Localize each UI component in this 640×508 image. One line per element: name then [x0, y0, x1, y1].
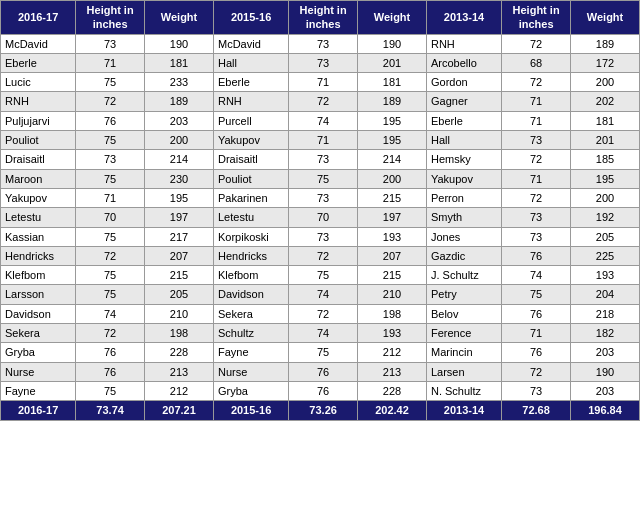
table-cell: 181 [571, 111, 640, 130]
table-cell: 225 [571, 246, 640, 265]
table-cell: 228 [145, 343, 214, 362]
table-cell: 76 [289, 362, 358, 381]
table-row: Gryba76228Fayne75212Marincin76203 [1, 343, 640, 362]
table-cell: 72 [289, 246, 358, 265]
summary-weight-3: 196.84 [571, 401, 640, 420]
table-cell: 72 [289, 304, 358, 323]
table-cell: 75 [289, 266, 358, 285]
table-row: Lucic75233Eberle71181Gordon72200 [1, 73, 640, 92]
summary-height-3: 72.68 [502, 401, 571, 420]
table-cell: 210 [145, 304, 214, 323]
table-cell: Lucic [1, 73, 76, 92]
table-row: Davidson74210Sekera72198Belov76218 [1, 304, 640, 323]
table-row: Maroon75230Pouliot75200Yakupov71195 [1, 169, 640, 188]
table-cell: Gordon [426, 73, 501, 92]
header-season-1: 2016-17 [1, 1, 76, 35]
table-cell: 73 [502, 381, 571, 400]
table-row: Letestu70197Letestu70197Smyth73192 [1, 208, 640, 227]
table-cell: 213 [145, 362, 214, 381]
table-cell: 75 [76, 169, 145, 188]
table-cell: 73 [76, 150, 145, 169]
table-cell: Nurse [1, 362, 76, 381]
table-cell: 190 [571, 362, 640, 381]
table-cell: Gazdic [426, 246, 501, 265]
table-cell: 197 [145, 208, 214, 227]
table-cell: Letestu [213, 208, 288, 227]
table-cell: 76 [502, 343, 571, 362]
table-cell: Draisaitl [213, 150, 288, 169]
table-cell: 195 [358, 131, 427, 150]
table-cell: 71 [76, 53, 145, 72]
table-cell: Davidson [1, 304, 76, 323]
table-cell: 71 [502, 92, 571, 111]
table-cell: 70 [289, 208, 358, 227]
table-cell: 72 [502, 73, 571, 92]
table-row: Draisaitl73214Draisaitl73214Hemsky72185 [1, 150, 640, 169]
table-cell: McDavid [1, 34, 76, 53]
table-cell: Hendricks [213, 246, 288, 265]
table-cell: Larsson [1, 285, 76, 304]
table-cell: 193 [358, 227, 427, 246]
table-cell: 76 [502, 304, 571, 323]
table-cell: 228 [358, 381, 427, 400]
table-cell: 75 [76, 285, 145, 304]
table-cell: 76 [76, 111, 145, 130]
table-cell: 72 [502, 150, 571, 169]
table-cell: 72 [502, 362, 571, 381]
table-cell: 189 [358, 92, 427, 111]
table-cell: 172 [571, 53, 640, 72]
table-cell: Yakupov [1, 188, 76, 207]
header-weight-2: Weight [358, 1, 427, 35]
summary-season-1: 2016-17 [1, 401, 76, 420]
table-cell: 73 [502, 208, 571, 227]
table-cell: 203 [145, 111, 214, 130]
table-cell: 72 [502, 34, 571, 53]
table-cell: 76 [289, 381, 358, 400]
table-cell: 75 [76, 73, 145, 92]
table-cell: Hall [426, 131, 501, 150]
table-cell: Petry [426, 285, 501, 304]
table-row: McDavid73190McDavid73190RNH72189 [1, 34, 640, 53]
table-cell: Perron [426, 188, 501, 207]
table-cell: 181 [358, 73, 427, 92]
table-cell: 200 [145, 131, 214, 150]
header-season-3: 2013-14 [426, 1, 501, 35]
table-cell: Gryba [213, 381, 288, 400]
table-cell: 75 [76, 227, 145, 246]
table-cell: Nurse [213, 362, 288, 381]
table-cell: 76 [76, 343, 145, 362]
table-cell: Klefbom [213, 266, 288, 285]
table-cell: Marincin [426, 343, 501, 362]
table-cell: 214 [145, 150, 214, 169]
table-cell: 195 [145, 188, 214, 207]
table-cell: 71 [502, 324, 571, 343]
table-cell: 195 [358, 111, 427, 130]
table-cell: Kassian [1, 227, 76, 246]
table-cell: Davidson [213, 285, 288, 304]
table-cell: 75 [76, 131, 145, 150]
table-row: Pouliot75200Yakupov71195Hall73201 [1, 131, 640, 150]
table-cell: Maroon [1, 169, 76, 188]
table-cell: 215 [358, 266, 427, 285]
table-cell: 205 [571, 227, 640, 246]
table-cell: 73 [289, 227, 358, 246]
summary-row: 2016-17 73.74 207.21 2015-16 73.26 202.4… [1, 401, 640, 420]
table-cell: 74 [289, 111, 358, 130]
table-cell: N. Schultz [426, 381, 501, 400]
table-cell: Sekera [213, 304, 288, 323]
table-cell: 205 [145, 285, 214, 304]
table-cell: Larsen [426, 362, 501, 381]
table-cell: McDavid [213, 34, 288, 53]
table-cell: 190 [145, 34, 214, 53]
table-cell: 71 [289, 131, 358, 150]
table-cell: 73 [289, 150, 358, 169]
table-cell: Klefbom [1, 266, 76, 285]
table-cell: RNH [1, 92, 76, 111]
table-cell: 218 [571, 304, 640, 323]
table-row: Klefbom75215Klefbom75215J. Schultz74193 [1, 266, 640, 285]
table-cell: Schultz [213, 324, 288, 343]
header-height-2: Height in inches [289, 1, 358, 35]
table-cell: 197 [358, 208, 427, 227]
table-cell: Pouliot [213, 169, 288, 188]
table-cell: 71 [502, 111, 571, 130]
